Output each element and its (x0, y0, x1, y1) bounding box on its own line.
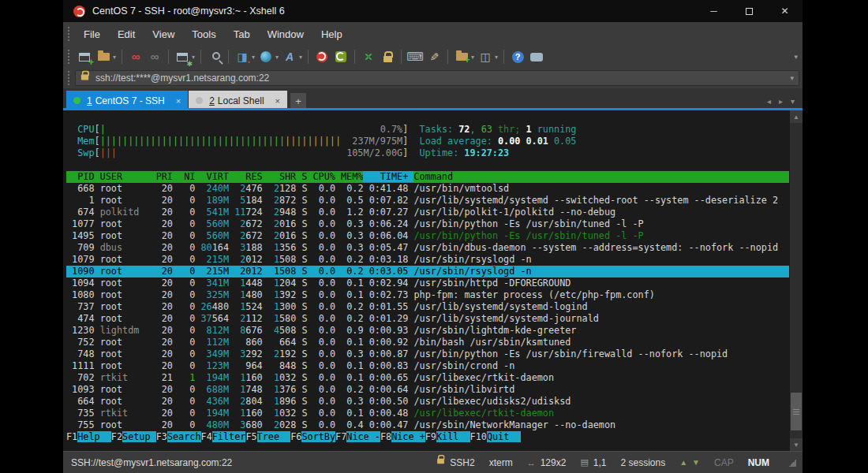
process-row[interactable]: 737 root 20 0 26480 1524 1300 S 0.0 0.2 … (66, 301, 789, 313)
tile-windows-icon-dropdown[interactable]: ▾ (495, 54, 498, 61)
fkey-f8-nice-+[interactable]: Nice + (391, 431, 425, 442)
tab-close-icon[interactable]: × (275, 96, 280, 106)
encoding-globe-icon[interactable] (258, 49, 274, 65)
process-row[interactable]: 735 rtkit 20 0 194M 1160 1032 S 0.0 0.1 … (66, 408, 789, 419)
fkey-bar[interactable]: F1Help F2Setup F3SearchF4FilterF5Tree F6… (66, 431, 789, 443)
terminal-scrollbar[interactable]: ▲ ▼ (790, 110, 803, 451)
process-row[interactable]: 474 root 20 0 37564 2112 1580 S 0.0 0.2 … (66, 313, 789, 325)
menu-tools[interactable]: Tools (183, 22, 224, 46)
highlight-pen-icon[interactable] (426, 49, 442, 65)
feedback-icon[interactable] (529, 49, 544, 65)
fkey-f4-filter[interactable]: Filter (212, 431, 246, 442)
process-row[interactable]: 752 root 20 0 112M 860 664 S 0.0 0.1 0:0… (66, 337, 789, 348)
process-row[interactable]: 1077 root 20 0 560M 2672 2016 S 0.0 0.3 … (66, 218, 789, 230)
process-row[interactable]: 1111 root 20 0 123M 964 848 S 0.0 0.1 0:… (66, 360, 789, 372)
process-row[interactable]: 1495 root 20 0 560M 2672 2016 S 0.0 0.3 … (66, 230, 789, 242)
fkey-f10-quit[interactable]: Quit (487, 431, 521, 442)
color-scheme-icon[interactable] (234, 49, 250, 65)
menu-view[interactable]: View (144, 22, 183, 46)
process-table-header[interactable]: PID USER PRI NI VIRT RES SHR S CPU% MEM%… (66, 171, 789, 183)
fkey-f9-kill[interactable]: Kill (436, 431, 470, 442)
toolbar-separator (122, 50, 122, 64)
open-sessions-icon[interactable] (95, 49, 111, 65)
fkey-f6-sortby[interactable]: SortBy (301, 431, 335, 442)
toolbar-overflow-icon[interactable]: ▾ (794, 53, 798, 61)
menu-help[interactable]: Help (312, 22, 351, 46)
color-scheme-icon-dropdown[interactable]: ▾ (252, 54, 255, 61)
new-session-icon[interactable] (77, 49, 92, 65)
download-arrow-icon[interactable]: ▼ (692, 458, 700, 467)
scroll-down-icon[interactable]: ▼ (790, 438, 803, 451)
toolbar-separator (447, 50, 448, 64)
scrollbar-thumb[interactable] (791, 393, 802, 430)
xshell-icon[interactable] (314, 49, 330, 65)
find-icon[interactable] (207, 49, 223, 65)
new-tab-button[interactable]: + (290, 93, 306, 109)
fkey-f2-setup[interactable]: Setup (122, 431, 156, 442)
meter-line-mem: Mem[||||||||||||||||||||||||||||||||||||… (66, 136, 789, 147)
process-row[interactable]: 1090 root 20 0 215M 2012 1508 S 0.0 0.2 … (66, 266, 789, 277)
process-row[interactable]: 755 root 20 0 480M 3680 2028 S 0.0 0.4 0… (66, 419, 789, 431)
menu-tab[interactable]: Tab (225, 22, 259, 46)
tab-close-icon[interactable]: × (176, 96, 181, 106)
xshell-logo-icon (73, 6, 85, 17)
tab-label: Local Shell (218, 95, 264, 106)
protocol-lock-icon (437, 459, 444, 464)
menu-file[interactable]: File (75, 22, 109, 46)
help-icon[interactable] (510, 49, 526, 65)
process-row[interactable]: 1079 root 20 0 215M 2012 1508 S 0.0 0.2 … (66, 254, 789, 266)
encoding-globe-icon-dropdown[interactable]: ▾ (275, 54, 279, 61)
fkey-f1-help[interactable]: Help (77, 431, 111, 442)
scroll-up-icon[interactable]: ▲ (790, 110, 803, 123)
minimize-button[interactable]: ─ (696, 0, 731, 22)
close-button[interactable]: ✕ (767, 0, 803, 22)
fullscreen-icon[interactable] (361, 49, 376, 65)
process-row[interactable]: 1 root 20 0 189M 5184 2872 S 0.0 0.5 0:0… (66, 195, 789, 207)
address-dropdown-icon[interactable]: ▾ (790, 74, 794, 82)
fkey-f5-tree[interactable]: Tree (257, 431, 291, 442)
open-sessions-icon-dropdown[interactable]: ▾ (113, 54, 116, 61)
addressbar-grip[interactable] (68, 71, 69, 85)
address-field[interactable]: ssh://test:****@mysvr1.netsarang.com:22 … (75, 70, 799, 86)
tab-scroll-right-icon[interactable]: ▸ (779, 97, 783, 106)
virtual-keyboard-icon[interactable] (407, 49, 423, 65)
reconnect-icon[interactable] (147, 49, 163, 65)
xftp-icon[interactable] (333, 49, 349, 65)
tab-scroll-left-icon[interactable]: ◂ (767, 97, 771, 106)
process-row[interactable]: 1080 root 20 0 325M 1480 1392 S 0.0 0.1 … (66, 289, 789, 301)
protocol-indicator: SSH2 (436, 457, 474, 468)
process-row[interactable]: 1094 root 20 0 341M 1448 1204 S 0.0 0.1 … (66, 277, 789, 289)
address-url: ssh://test:****@mysvr1.netsarang.com:22 (95, 73, 269, 84)
new-file-transfer-icon[interactable] (454, 49, 470, 65)
menubar-grip[interactable] (68, 27, 69, 41)
upload-arrow-icon[interactable]: ▲ (679, 458, 687, 467)
menu-window[interactable]: Window (259, 22, 312, 46)
menu-edit[interactable]: Edit (109, 22, 144, 46)
tab-list-dropdown-icon[interactable]: ▾ (791, 97, 795, 106)
toolbar-separator (308, 50, 309, 64)
lock-screen-icon[interactable] (380, 49, 395, 65)
fkey-f7-nice--[interactable]: Nice - (346, 431, 380, 442)
terminal-area[interactable]: CPU[| 0.7%] Tasks: 72, 63 thr; 1 running… (63, 110, 803, 451)
process-row[interactable]: 668 root 20 0 240M 2476 2128 S 0.0 0.2 0… (66, 183, 789, 195)
process-row[interactable]: 674 polkitd 20 0 541M 11724 2948 S 0.0 1… (66, 207, 789, 218)
tab-number: 2 (209, 95, 215, 106)
maximize-button[interactable] (731, 0, 767, 22)
process-row[interactable]: 709 dbus 20 0 80164 3188 1356 S 0.0 0.3 … (66, 242, 789, 254)
fkey-f3-search[interactable]: Search (167, 431, 201, 442)
resize-grip[interactable] (788, 459, 796, 467)
toolbar-separator (354, 50, 355, 64)
toolbar-grip[interactable] (68, 50, 69, 64)
process-row[interactable]: 664 root 20 0 436M 2804 1896 S 0.0 0.3 0… (66, 396, 789, 408)
tile-windows-icon[interactable] (477, 49, 493, 65)
font-icon[interactable] (282, 49, 297, 65)
process-row[interactable]: 1230 lightdm 20 0 812M 8676 4508 S 0.0 0… (66, 325, 789, 337)
font-icon-dropdown[interactable]: ▾ (299, 54, 302, 61)
process-row[interactable]: 702 rtkit 21 1 194M 1160 1032 S 0.0 0.1 … (66, 372, 789, 384)
process-row[interactable]: 748 root 20 0 349M 3292 2192 S 0.0 0.3 0… (66, 348, 789, 360)
new-file-transfer-icon-dropdown[interactable]: ▾ (471, 54, 474, 61)
toolbar-separator (200, 50, 201, 64)
process-row[interactable]: 1093 root 20 0 688M 1748 1376 S 0.0 0.2 … (66, 384, 789, 396)
disconnect-icon[interactable] (128, 49, 144, 65)
session-properties-icon[interactable] (174, 49, 190, 65)
